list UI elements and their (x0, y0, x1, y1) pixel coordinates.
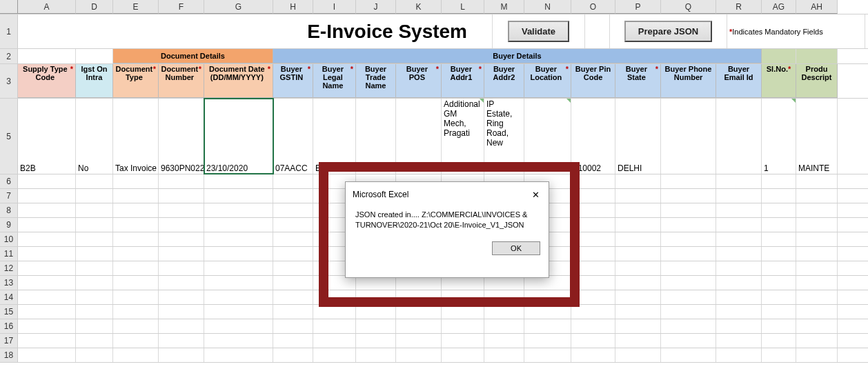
colhead-D[interactable]: D (76, 0, 113, 14)
cell-R18[interactable] (716, 348, 762, 362)
colhead-K[interactable]: K (396, 0, 442, 14)
cell-G9[interactable] (204, 218, 273, 232)
cell-R14[interactable] (716, 290, 762, 304)
cell-O14[interactable] (571, 290, 615, 304)
cell-H14[interactable] (273, 290, 313, 304)
cell-N5[interactable]: New Delhi (524, 99, 571, 174)
cell-A15[interactable] (18, 305, 76, 319)
cell-G7[interactable] (204, 189, 273, 203)
cell-H17[interactable] (273, 334, 313, 348)
cell-F6[interactable] (159, 174, 204, 188)
cell-R12[interactable] (716, 261, 762, 275)
cell-M15[interactable] (484, 305, 524, 319)
cell-H9[interactable] (273, 218, 313, 232)
cell-E13[interactable] (113, 276, 159, 290)
cell-E11[interactable] (113, 247, 159, 261)
cell-F10[interactable] (159, 232, 204, 246)
cell-A13[interactable] (18, 276, 76, 290)
cell-G12[interactable] (204, 261, 273, 275)
cell-A9[interactable] (18, 218, 76, 232)
cell-G13[interactable] (204, 276, 273, 290)
cell-J5[interactable] (356, 99, 396, 174)
cell-R15[interactable] (716, 305, 762, 319)
cell-R7[interactable] (716, 189, 762, 203)
cell-I14[interactable] (313, 290, 356, 304)
cell-J17[interactable] (356, 334, 396, 348)
cell-E18[interactable] (113, 348, 159, 362)
cell-AH8[interactable] (796, 203, 838, 217)
cell-K15[interactable] (396, 305, 442, 319)
cell-F7[interactable] (159, 189, 204, 203)
cell-E8[interactable] (113, 203, 159, 217)
ok-button[interactable]: OK (492, 241, 540, 255)
cell-E5[interactable]: Tax Invoice (113, 99, 159, 174)
colhead-O[interactable]: O (571, 0, 615, 14)
cell-AG14[interactable] (762, 290, 796, 304)
cell-AH7[interactable] (796, 189, 838, 203)
cell-L17[interactable] (442, 334, 484, 348)
cell-G16[interactable] (204, 319, 273, 333)
cell-O13[interactable] (571, 276, 615, 290)
cell-L5[interactable]: Additional GM Mech, Pragati (442, 99, 484, 174)
cell-J13[interactable] (356, 276, 396, 290)
cell-A5[interactable]: B2B (18, 99, 76, 174)
rowhead-8[interactable]: 8 (0, 203, 18, 217)
cell-G10[interactable] (204, 232, 273, 246)
cell-AH18[interactable] (796, 348, 838, 362)
cell-AH17[interactable] (796, 334, 838, 348)
cell-Q11[interactable] (661, 247, 716, 261)
cell-F17[interactable] (159, 334, 204, 348)
cell-A14[interactable] (18, 290, 76, 304)
cell-A18[interactable] (18, 348, 76, 362)
cell-L18[interactable] (442, 348, 484, 362)
cell-P13[interactable] (615, 276, 661, 290)
colhead-Q[interactable]: Q (661, 0, 716, 14)
cell-AG11[interactable] (762, 247, 796, 261)
cell-G17[interactable] (204, 334, 273, 348)
cell-G8[interactable] (204, 203, 273, 217)
cell-R5[interactable] (716, 99, 762, 174)
cell-E17[interactable] (113, 334, 159, 348)
cell-N16[interactable] (524, 319, 571, 333)
cell-AG7[interactable] (762, 189, 796, 203)
cell-A16[interactable] (18, 319, 76, 333)
cell-P14[interactable] (615, 290, 661, 304)
cell-Q10[interactable] (661, 232, 716, 246)
cell-AH14[interactable] (796, 290, 838, 304)
cell-AG13[interactable] (762, 276, 796, 290)
rowhead-7[interactable]: 7 (0, 189, 18, 203)
validate-button[interactable]: Validate (508, 21, 569, 42)
rowhead-14[interactable]: 14 (0, 290, 18, 304)
cell-O5[interactable]: 110002 (571, 99, 615, 174)
cell-K13[interactable] (396, 276, 442, 290)
cell-AG18[interactable] (762, 348, 796, 362)
cell-AG8[interactable] (762, 203, 796, 217)
cell-J15[interactable] (356, 305, 396, 319)
colhead-R[interactable]: R (716, 0, 762, 14)
cell-K18[interactable] (396, 348, 442, 362)
cell-P5[interactable]: DELHI (615, 99, 661, 174)
cell-O8[interactable] (571, 203, 615, 217)
cell-R9[interactable] (716, 218, 762, 232)
cell-AG12[interactable] (762, 261, 796, 275)
colhead-A[interactable]: A (18, 0, 76, 14)
cell-N17[interactable] (524, 334, 571, 348)
cell-G14[interactable] (204, 290, 273, 304)
colhead-N[interactable]: N (524, 0, 571, 14)
rowhead-9[interactable]: 9 (0, 218, 18, 232)
cell-H8[interactable] (273, 203, 313, 217)
cell-J14[interactable] (356, 290, 396, 304)
cell-F13[interactable] (159, 276, 204, 290)
cell-D11[interactable] (76, 247, 113, 261)
cell-F18[interactable] (159, 348, 204, 362)
cell-AH9[interactable] (796, 218, 838, 232)
cell-O11[interactable] (571, 247, 615, 261)
cell-O12[interactable] (571, 261, 615, 275)
cell-R16[interactable] (716, 319, 762, 333)
cell-M18[interactable] (484, 348, 524, 362)
rowhead-10[interactable]: 10 (0, 232, 18, 246)
cell-I13[interactable] (313, 276, 356, 290)
cell-AH6[interactable] (796, 174, 838, 188)
cell-E15[interactable] (113, 305, 159, 319)
cell-D18[interactable] (76, 348, 113, 362)
